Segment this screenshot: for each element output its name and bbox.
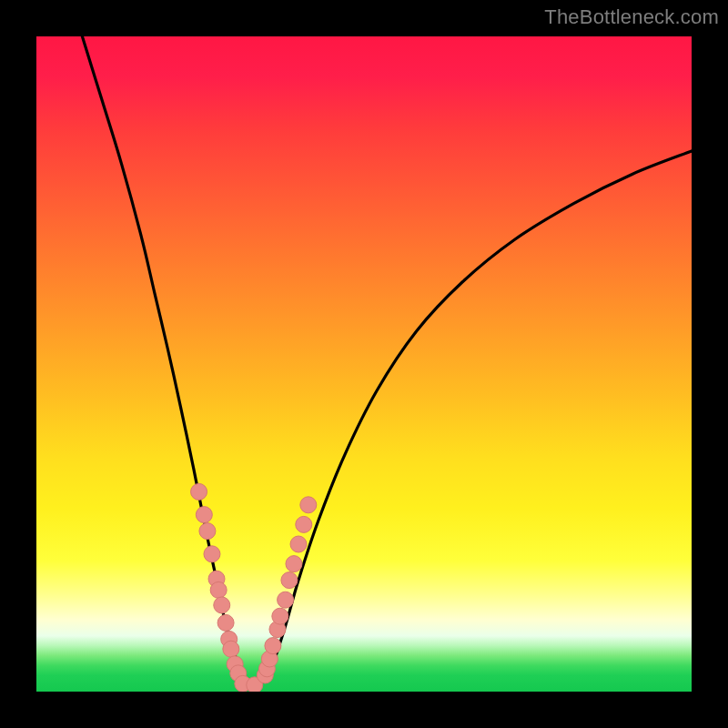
curve-layer bbox=[36, 36, 692, 692]
data-dot bbox=[300, 497, 317, 513]
data-dot bbox=[272, 608, 288, 624]
data-dot bbox=[281, 572, 298, 589]
data-dot bbox=[217, 614, 234, 631]
curve-right bbox=[253, 151, 692, 688]
data-dot bbox=[223, 641, 239, 657]
data-dot bbox=[199, 523, 216, 540]
data-dot bbox=[210, 581, 227, 598]
data-dot bbox=[278, 592, 294, 608]
plot-area bbox=[36, 36, 692, 692]
data-dot bbox=[191, 483, 207, 500]
watermark-text: TheBottleneck.com bbox=[544, 5, 719, 29]
data-dot bbox=[286, 556, 302, 572]
data-dot bbox=[214, 597, 230, 613]
data-dot bbox=[196, 507, 212, 523]
data-dot bbox=[290, 536, 307, 552]
data-dot bbox=[265, 638, 281, 654]
data-dot bbox=[204, 546, 220, 562]
data-dot bbox=[296, 516, 312, 532]
chart-frame: TheBottleneck.com bbox=[0, 0, 728, 728]
